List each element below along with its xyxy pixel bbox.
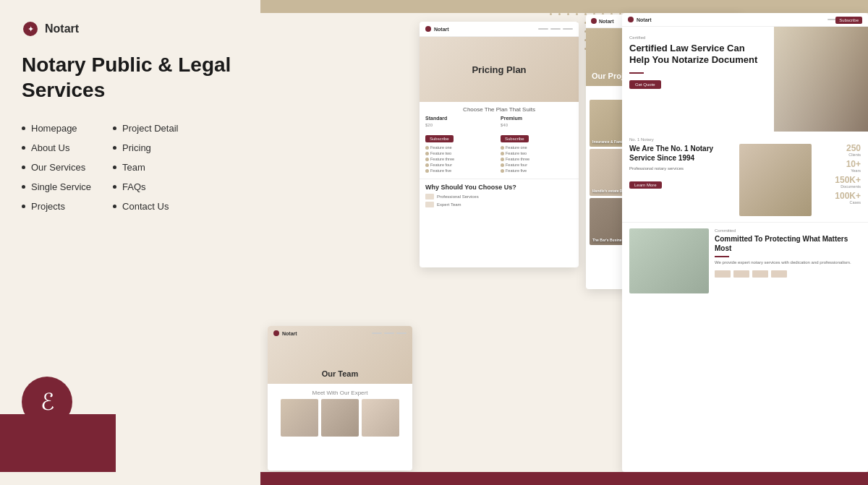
pricing-logo-text: Notart xyxy=(434,27,449,32)
nav-col-2: Project Detail Pricing Team FAQs Contact… xyxy=(113,123,178,212)
nav-bullet xyxy=(22,146,25,150)
team-card-body: Meet With Our Expert xyxy=(268,384,412,442)
main-hero: Certified Certified Law Service Can Help… xyxy=(622,27,868,132)
premium-sub: $40 xyxy=(501,123,573,127)
nav-item-single-service[interactable]: Single Service xyxy=(22,181,91,192)
stat-documents: 150K+ Documents xyxy=(817,176,861,189)
premium-btn[interactable]: Subscribe xyxy=(501,135,529,142)
partner-logo-1 xyxy=(715,270,731,278)
nav-item-about[interactable]: About Us xyxy=(22,142,91,153)
partner-logo-4 xyxy=(771,270,787,278)
nav-item-team[interactable]: Team xyxy=(113,162,178,173)
projects-logo-text: Notart xyxy=(599,19,614,24)
partner-logo-2 xyxy=(733,270,749,278)
stat-years: 10+ Years xyxy=(817,160,861,173)
main-preview-card: Notart Subscribe Certified Certified Law… xyxy=(622,13,868,472)
nav-item-projects[interactable]: Projects xyxy=(22,201,91,212)
why-items: Professional Services Expert Team xyxy=(425,194,573,207)
main-badge[interactable]: Subscribe xyxy=(835,17,862,24)
standard-sub: $20 xyxy=(425,123,498,127)
nav-bullet xyxy=(22,205,25,208)
stat-number-cases: 100K+ xyxy=(817,192,861,200)
previews-container: Notart Our Team Meet With Our Expert xyxy=(260,0,868,485)
team-title: Our Team xyxy=(268,369,412,378)
committed-label: Committed xyxy=(715,228,861,233)
notary-desc: Professional notary services xyxy=(629,166,733,172)
stat-cases: 100K+ Cases xyxy=(817,192,861,205)
nav-item-contact[interactable]: Contact Us xyxy=(113,201,178,212)
why-item-1: Professional Services xyxy=(425,194,573,199)
pricing-logo-dot xyxy=(425,26,431,32)
nav-bullet xyxy=(113,185,116,189)
stat-number-years: 10+ xyxy=(817,160,861,168)
nav-item-faqs[interactable]: FAQs xyxy=(113,181,178,192)
hero-cta-button[interactable]: Get Quote xyxy=(629,80,661,89)
team-photo-3 xyxy=(362,399,399,437)
committed-desc: We provide expert notary services with d… xyxy=(715,259,861,266)
committed-section: Committed Committed To Protecting What M… xyxy=(622,223,868,299)
committed-image xyxy=(629,228,709,293)
svg-text:✦: ✦ xyxy=(27,25,34,33)
nav-bullet xyxy=(113,126,116,130)
page-title: Notary Public & Legal Services xyxy=(22,52,239,103)
standard-label: Standard xyxy=(425,116,498,121)
nav-item-homepage[interactable]: Homepage xyxy=(22,123,91,134)
main-card-header: Notart Subscribe xyxy=(622,13,868,27)
nav-item-services[interactable]: Our Services xyxy=(22,162,91,173)
team-preview-card: Notart Our Team Meet With Our Expert xyxy=(268,326,412,471)
nav-item-pricing[interactable]: Pricing xyxy=(113,142,178,153)
why-text-1: Professional Services xyxy=(437,194,479,199)
stat-label-years: Years xyxy=(817,168,861,173)
why-item-2: Expert Team xyxy=(425,202,573,207)
team-card-header: Notart Our Team xyxy=(268,326,412,384)
pricing-card-header: Notart xyxy=(420,22,579,37)
notary-text-col: We Are The No. 1 Notary Service Since 19… xyxy=(629,144,733,189)
stat-number-clients: 250 xyxy=(817,144,861,153)
brand-name: Notart xyxy=(45,22,79,35)
pricing-subtitle: Choose The Plan That Suits xyxy=(420,102,579,116)
why-title: Why Should You Choose Us? xyxy=(425,184,573,191)
hero-title: Certified Law Service Can Help You Notar… xyxy=(629,43,767,66)
stats-column: 250 Clients 10+ Years 150K+ Documents xyxy=(817,144,861,205)
nav-bullet xyxy=(113,205,116,208)
notary-cta-button[interactable]: Learn More xyxy=(629,181,662,189)
elementor-icon: ℰ xyxy=(41,388,54,416)
main-logo-text: Notart xyxy=(637,17,652,22)
pricing-title: Pricing Plan xyxy=(472,64,526,75)
pricing-hero: Pricing Plan xyxy=(420,37,579,102)
main-container: ✦ Notart Notary Public & Legal Services … xyxy=(0,0,868,485)
brand-icon: ✦ xyxy=(22,20,39,38)
mini-notart-label: Notart xyxy=(282,331,297,336)
pricing-standard: Standard $20 Subscribe Feature one Featu… xyxy=(425,116,498,174)
nav-item-project-detail[interactable]: Project Detail xyxy=(113,123,178,134)
team-photo-1 xyxy=(281,399,318,437)
team-photo-2 xyxy=(321,399,359,437)
main-logo-dot xyxy=(628,17,634,22)
pricing-columns: Standard $20 Subscribe Feature one Featu… xyxy=(420,116,579,179)
hero-divider xyxy=(629,72,644,74)
hero-image xyxy=(774,27,868,132)
pricing-premium: Premium $40 Subscribe Feature one Featur… xyxy=(501,116,573,174)
main-hero-text: Certified Certified Law Service Can Help… xyxy=(622,27,774,132)
why-icon-2 xyxy=(425,202,434,207)
nav-bullet xyxy=(113,166,116,169)
mini-nav xyxy=(372,332,407,334)
committed-title: Committed To Protecting What Matters Mos… xyxy=(715,235,861,253)
why-icon-1 xyxy=(425,194,434,199)
projects-logo-dot xyxy=(591,18,597,24)
nav-bullet xyxy=(22,185,25,189)
standard-btn[interactable]: Subscribe xyxy=(425,135,454,142)
committed-content: Committed Committed To Protecting What M… xyxy=(715,228,861,293)
stat-clients: 250 Clients xyxy=(817,144,861,157)
notary-section: No. 1 Notary We Are The No. 1 Notary Ser… xyxy=(622,132,868,223)
partner-logo-3 xyxy=(752,270,768,278)
pricing-preview-card: Notart Pricing Plan Choose The Plan That… xyxy=(420,22,579,267)
pricing-bottom: Why Should You Choose Us? Professional S… xyxy=(420,179,579,212)
hero-label: Certified xyxy=(629,35,767,40)
nav-col-1: Homepage About Us Our Services Single Se… xyxy=(22,123,91,212)
notary-section-label: No. 1 Notary xyxy=(629,137,861,142)
partner-logos xyxy=(715,270,861,278)
premium-label: Premium xyxy=(501,116,573,121)
notary-title: We Are The No. 1 Notary Service Since 19… xyxy=(629,144,733,163)
corner-decoration xyxy=(0,414,116,472)
